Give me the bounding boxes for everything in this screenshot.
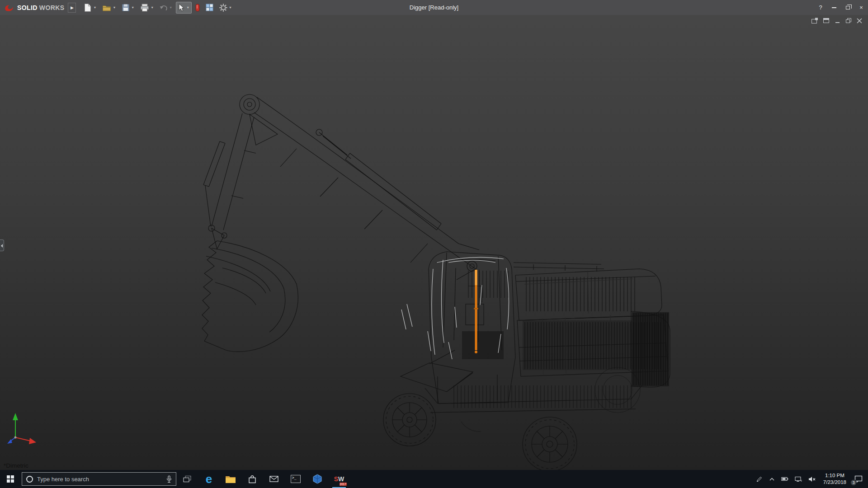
dropdown-caret[interactable]: ▼ <box>169 6 172 9</box>
doc-close-button[interactable] <box>856 18 863 24</box>
undo-button[interactable]: ▼ <box>157 2 175 13</box>
network-button[interactable] <box>792 470 805 488</box>
blue-polyhedron-icon <box>313 474 322 484</box>
doc-minimize-button[interactable] <box>835 18 841 24</box>
minimize-button[interactable] <box>827 0 841 15</box>
dropdown-caret[interactable]: ▼ <box>186 6 189 9</box>
titlebar: SOLIDWORKS ▶ ▼ ▼ <box>0 0 868 15</box>
chevron-up-icon <box>769 477 775 481</box>
taskbar: e >_ <box>0 470 868 488</box>
edge-button[interactable]: e <box>198 470 220 488</box>
action-center-button[interactable]: 3 <box>850 470 868 488</box>
brand-text-solid: SOLID <box>17 4 38 11</box>
store-bag-icon <box>248 475 256 483</box>
network-icon <box>795 476 802 482</box>
main-toolbar: ▼ ▼ ▼ <box>81 1 234 14</box>
select-cursor-icon <box>178 4 185 12</box>
task-view-button[interactable] <box>176 470 198 488</box>
search-input[interactable] <box>37 476 162 483</box>
wireframe-model-excavator[interactable] <box>0 15 868 470</box>
brand-text-works: WORKS <box>39 4 65 11</box>
open-folder-icon <box>102 4 111 12</box>
dropdown-caret[interactable]: ▼ <box>151 6 154 9</box>
document-window-controls <box>811 18 863 24</box>
sw-year-badge: 2017 <box>340 483 347 486</box>
save-floppy-icon <box>122 4 130 12</box>
cmd-glyph: >_ <box>292 476 297 480</box>
open-button[interactable]: ▼ <box>100 2 118 14</box>
toolbar-flyout-button[interactable]: ▶ <box>68 3 76 13</box>
cortana-icon <box>26 476 33 483</box>
model-hatch-fills <box>452 271 669 408</box>
help-button[interactable]: ? <box>814 0 827 15</box>
solidworks-logo: SOLIDWORKS <box>4 4 64 12</box>
file-explorer-button[interactable] <box>220 470 241 488</box>
window-layout-button[interactable] <box>203 2 216 13</box>
start-button[interactable] <box>0 470 21 488</box>
red-tool-button[interactable] <box>193 2 202 14</box>
clock-date: 7/23/2018 <box>823 479 846 486</box>
doc-restore-button[interactable] <box>845 18 852 24</box>
dropdown-caret[interactable]: ▼ <box>113 6 116 9</box>
windows-ink-button[interactable] <box>753 470 766 488</box>
solidworks-app-icon: SW 2017 <box>332 473 346 485</box>
file-explorer-icon <box>225 475 236 483</box>
doc-popout-button[interactable] <box>811 18 818 24</box>
taskbar-search-box[interactable] <box>22 472 176 486</box>
window-controls: ? × <box>814 0 868 15</box>
pen-icon <box>756 476 763 483</box>
edrawings-button[interactable] <box>307 470 328 488</box>
hidden-icons-button[interactable] <box>766 470 778 488</box>
notification-badge: 3 <box>850 479 857 486</box>
battery-button[interactable] <box>778 470 792 488</box>
taskbar-clock[interactable]: 1:10 PM 7/23/2018 <box>819 472 850 486</box>
microphone-icon[interactable] <box>166 475 172 483</box>
restore-button[interactable] <box>841 0 854 15</box>
window-grid-icon <box>206 4 213 11</box>
select-tool-button[interactable]: ▼ <box>176 2 192 14</box>
red-capsule-icon <box>195 4 200 12</box>
volume-muted-icon <box>808 476 816 482</box>
battery-icon <box>781 476 788 482</box>
system-tray: 1:10 PM 7/23/2018 3 <box>753 470 868 488</box>
gear-icon <box>219 4 227 12</box>
clock-time: 1:10 PM <box>823 472 846 479</box>
orientation-triad <box>6 409 42 447</box>
document-title: Digger [Read-only] <box>410 4 458 11</box>
restore-icon <box>846 6 850 9</box>
store-button[interactable] <box>241 470 263 488</box>
dropdown-caret[interactable]: ▼ <box>131 6 134 9</box>
viewport-3d[interactable]: *Dimetric <box>0 15 868 470</box>
dropdown-caret[interactable]: ▼ <box>229 6 232 9</box>
edge-icon: e <box>206 473 212 485</box>
windows-logo-icon <box>7 475 14 483</box>
command-prompt-icon: >_ <box>291 475 301 483</box>
new-document-button[interactable]: ▼ <box>81 1 99 14</box>
task-view-icon <box>183 475 192 483</box>
doc-pane-button[interactable] <box>823 18 830 24</box>
print-button[interactable]: ▼ <box>138 2 156 14</box>
options-button[interactable]: ▼ <box>217 2 234 14</box>
dropdown-caret[interactable]: ▼ <box>93 6 96 9</box>
solidworks-app-button[interactable]: SW 2017 <box>328 470 350 488</box>
save-button[interactable]: ▼ <box>119 2 137 14</box>
screen: SOLIDWORKS ▶ ▼ ▼ <box>0 0 868 488</box>
print-icon <box>140 4 149 12</box>
mail-button[interactable] <box>263 470 285 488</box>
undo-icon <box>160 4 168 11</box>
close-button[interactable]: × <box>854 0 868 15</box>
sw-letter-w: W <box>338 475 344 483</box>
panel-collapse-tab[interactable] <box>0 239 4 251</box>
mail-icon <box>269 476 278 482</box>
new-document-icon <box>84 3 92 12</box>
minimize-icon <box>832 7 836 8</box>
ds-logo-icon <box>4 4 15 12</box>
sw-letter-s: S <box>334 475 338 483</box>
command-prompt-button[interactable]: >_ <box>285 470 307 488</box>
volume-button[interactable] <box>805 470 819 488</box>
view-orientation-label: *Dimetric <box>4 462 28 469</box>
